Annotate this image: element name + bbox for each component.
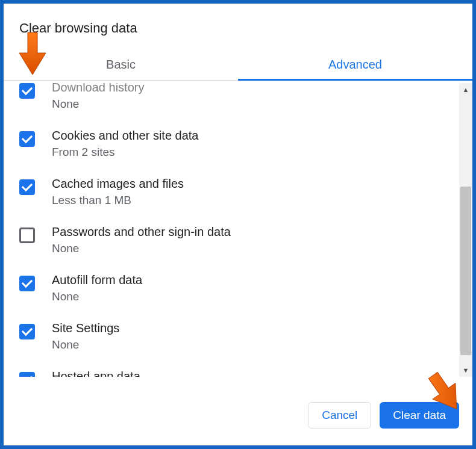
clear-browsing-data-dialog: Clear browsing data Basic Advanced Downl…: [4, 4, 472, 445]
checkbox-cookies[interactable]: [19, 131, 35, 147]
item-label: Autofill form data: [52, 272, 142, 288]
item-label: Passwords and other sign-in data: [52, 224, 231, 240]
checkbox-autofill[interactable]: [19, 276, 35, 291]
scroll-down-icon[interactable]: ▼: [459, 364, 472, 377]
scroll-track[interactable]: [459, 96, 472, 364]
item-desc: Less than 1 MB: [52, 194, 184, 207]
list-item: Cookies and other site data From 2 sites: [19, 128, 459, 159]
item-desc: From 2 sites: [52, 146, 199, 159]
list-item: Passwords and other sign-in data None: [19, 224, 459, 255]
list-item: Autofill form data None: [19, 272, 459, 303]
item-desc: None: [52, 338, 119, 351]
cancel-button[interactable]: Cancel: [308, 402, 371, 429]
tabs: Basic Advanced: [4, 52, 472, 81]
item-desc: None: [52, 98, 144, 111]
scrollbar[interactable]: ▲ ▼: [459, 83, 472, 377]
list-item: Cached images and files Less than 1 MB: [19, 176, 459, 207]
scroll-up-icon[interactable]: ▲: [459, 83, 472, 96]
list-item: Site Settings None: [19, 320, 459, 351]
list-item: Hosted app data 1 app (Web Store): [19, 368, 459, 377]
item-label: Site Settings: [52, 320, 119, 336]
item-label: Cookies and other site data: [52, 128, 199, 143]
tab-advanced[interactable]: Advanced: [238, 52, 472, 81]
dialog-title: Clear browsing data: [4, 20, 472, 36]
item-label: Cached images and files: [52, 176, 184, 191]
checkbox-passwords[interactable]: [19, 228, 35, 243]
checkbox-hosted-app-data[interactable]: [19, 372, 35, 377]
tab-basic[interactable]: Basic: [4, 52, 238, 81]
clear-data-button[interactable]: Clear data: [380, 402, 459, 429]
scroll-thumb[interactable]: [460, 187, 471, 355]
dialog-footer: Cancel Clear data: [4, 385, 472, 445]
checkbox-site-settings[interactable]: [19, 324, 35, 339]
item-label: Download history: [52, 83, 144, 95]
item-desc: None: [52, 290, 142, 303]
list-item: Download history None: [19, 83, 459, 111]
checkbox-download-history[interactable]: [19, 83, 35, 99]
options-list: Download history None Cookies and other …: [4, 83, 459, 377]
item-desc: None: [52, 242, 231, 255]
checkbox-cached-images[interactable]: [19, 179, 35, 195]
item-label: Hosted app data: [52, 368, 145, 377]
